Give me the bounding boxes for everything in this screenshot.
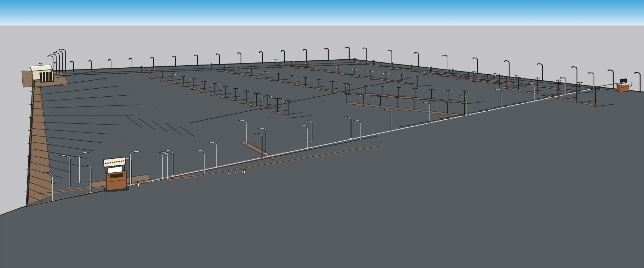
entry-kiosk xyxy=(103,157,129,192)
parking-lot-3d-scene xyxy=(0,0,644,268)
3d-viewport[interactable] xyxy=(0,0,644,268)
sky xyxy=(0,0,644,25)
parking-lot-ground xyxy=(0,59,644,268)
